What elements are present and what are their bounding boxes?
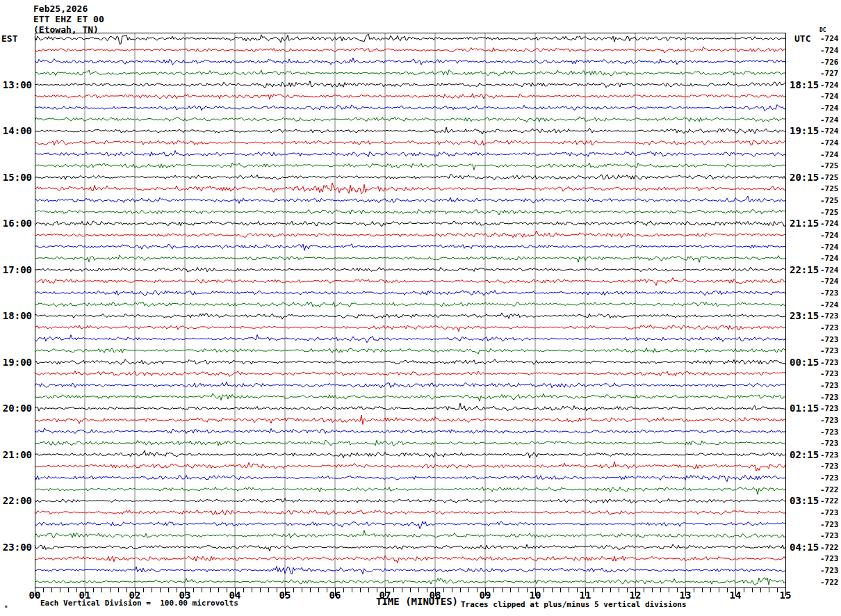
dc-offset-value: -724	[820, 149, 839, 159]
seismogram-trace-row	[35, 567, 785, 574]
dc-offset-value: -722	[820, 577, 839, 586]
dc-offset-value: -723	[820, 473, 839, 483]
seismogram-trace-row	[35, 175, 785, 180]
seismogram-trace-row	[35, 163, 785, 170]
seismogram-trace-row	[35, 348, 785, 354]
seismogram-trace-row	[35, 451, 785, 458]
dc-offset-value: -723	[820, 508, 839, 517]
seismogram-trace-row	[35, 94, 785, 99]
seismogram-trace-row	[35, 105, 785, 111]
est-hour-label: 18:00	[0, 310, 34, 321]
seismogram-trace-row	[35, 313, 785, 319]
dc-offset-value: -724	[820, 104, 839, 113]
dc-offset-value: -723	[820, 392, 839, 401]
seismogram-trace-row	[35, 151, 785, 157]
seismogram-trace-row	[35, 440, 785, 446]
seismogram-trace-row	[35, 183, 785, 194]
dc-offset-value: -725	[820, 161, 839, 170]
dc-offset-value: -723	[820, 531, 839, 540]
seismogram-trace-row	[35, 47, 785, 53]
seismogram-trace-row	[35, 578, 785, 585]
dc-offset-value: -723	[820, 381, 839, 390]
est-hour-label: 15:00	[0, 172, 34, 183]
seismogram-trace-row	[35, 302, 785, 307]
dc-offset-value: -724	[820, 265, 839, 274]
seismogram-trace-row	[35, 140, 785, 145]
seismogram-trace-row	[35, 267, 785, 272]
dc-offset-value: -723	[820, 554, 839, 563]
seismogram-trace-row	[35, 209, 785, 215]
dc-offset-value: -727	[820, 69, 839, 78]
est-hour-label: 21:00	[0, 449, 34, 460]
seismogram-trace-row	[35, 371, 785, 376]
seismogram-trace-row	[35, 499, 785, 503]
dc-offset-value: -724	[820, 230, 839, 239]
seismogram-trace-row	[35, 462, 785, 471]
seismogram-trace-row	[35, 244, 785, 251]
dc-offset-value: -724	[820, 92, 839, 101]
dc-offset-value: -724	[820, 138, 839, 147]
seismogram-plot	[0, 0, 841, 616]
seismogram-trace-row	[35, 127, 785, 134]
utc-hour-label: 19:15	[790, 125, 819, 136]
est-hour-label: 20:00	[0, 403, 34, 414]
dc-offset-value: -724	[820, 254, 839, 263]
dc-offset-value: -723	[820, 404, 839, 413]
est-hour-label: 16:00	[0, 218, 34, 229]
utc-hour-label: 20:15	[790, 172, 819, 183]
seismogram-trace-row	[35, 428, 785, 434]
seismogram-trace-row	[35, 521, 785, 529]
seismogram-trace-row	[35, 291, 785, 295]
dc-offset-value: -725	[820, 172, 839, 181]
dc-offset-value: -723	[820, 427, 839, 436]
seismogram-trace-row	[35, 255, 785, 262]
seismogram-trace-row	[35, 81, 785, 88]
dc-offset-value: -722	[820, 542, 839, 551]
seismogram-trace-row	[35, 231, 785, 238]
utc-hour-label: 02:15	[790, 449, 819, 460]
dc-offset-value: -725	[820, 196, 839, 205]
x-axis-minute-label: 15	[780, 590, 792, 601]
dc-offset-value: -723	[820, 415, 839, 424]
seismogram-trace-row	[35, 382, 785, 388]
dc-offset-value: -723	[820, 323, 839, 332]
est-hour-label: 22:00	[0, 495, 34, 506]
seismogram-trace-row	[35, 530, 785, 538]
seismogram-trace-row	[35, 196, 785, 204]
dc-offset-value: -725	[820, 207, 839, 216]
seismogram-trace-row	[35, 325, 785, 332]
utc-hour-label: 03:15	[790, 495, 819, 506]
dc-offset-value: -723	[820, 289, 839, 298]
seismogram-trace-row	[35, 334, 785, 342]
seismogram-trace-row	[35, 487, 785, 495]
dc-offset-value: -723	[820, 334, 839, 343]
utc-hour-label: 21:15	[790, 218, 819, 229]
time-axis-title: TIME (MINUTES)	[376, 596, 458, 607]
seismogram-trace-row	[35, 221, 785, 227]
seismogram-trace-row	[35, 58, 785, 65]
utc-hour-label: 22:15	[790, 264, 819, 275]
seismogram-trace-row	[35, 394, 785, 401]
dc-offset-value: -723	[820, 450, 839, 459]
dc-offset-value: -722	[820, 496, 839, 505]
seismogram-trace-row	[35, 475, 785, 481]
utc-hour-label: 23:15	[790, 310, 819, 321]
seismogram-trace-row	[35, 70, 785, 76]
dc-offset-value: -724	[820, 115, 839, 124]
seismogram-trace-row	[35, 117, 785, 122]
x-axis-minute-label: 00	[29, 590, 41, 601]
plot-frame	[35, 33, 786, 588]
utc-hour-label: 01:15	[790, 403, 819, 414]
seismogram-trace-row	[35, 403, 785, 411]
dc-offset-value: -723	[820, 519, 839, 528]
dc-offset-value: -723	[820, 439, 839, 448]
dc-offset-value: -724	[820, 127, 839, 136]
x-axis-minute-label: 13	[680, 590, 692, 601]
dc-offset-value: -723	[820, 346, 839, 355]
seismogram-trace-row	[35, 34, 785, 44]
dc-offset-value: -723	[820, 566, 839, 575]
est-hour-label: 17:00	[0, 264, 34, 275]
utc-hour-label: 18:15	[790, 79, 819, 90]
dc-offset-value: -724	[820, 45, 839, 54]
x-axis-minute-label: 11	[580, 590, 591, 601]
